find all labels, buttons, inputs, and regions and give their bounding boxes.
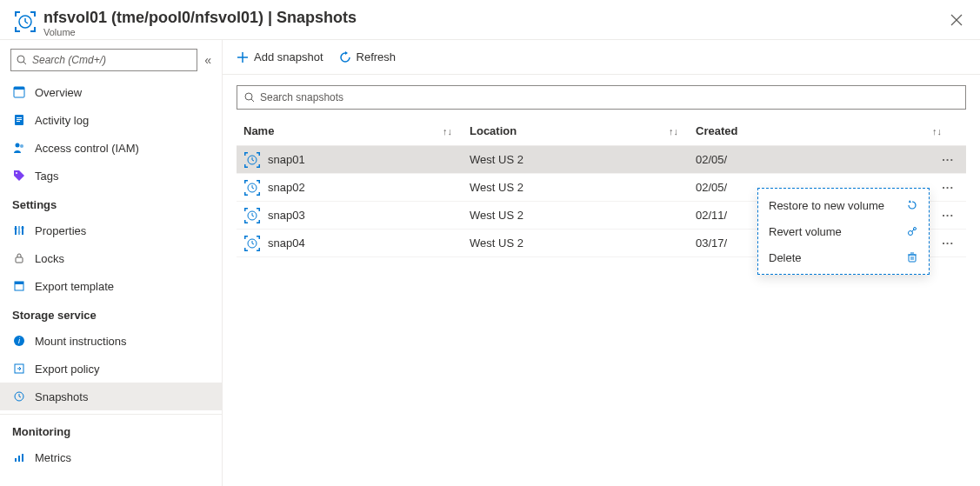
svg-rect-51 (244, 164, 246, 168)
column-created[interactable]: Created↑↓ (696, 124, 959, 137)
svg-rect-16 (14, 87, 24, 90)
close-icon (950, 14, 963, 26)
divider (0, 414, 222, 415)
tags-icon (13, 170, 25, 182)
page-subtitle: Volume (43, 27, 357, 37)
svg-rect-1 (15, 11, 17, 17)
sidebar-item-locks[interactable]: Locks (0, 244, 222, 272)
svg-line-89 (252, 243, 254, 244)
row-more-button[interactable]: ··· (937, 150, 959, 170)
svg-rect-30 (16, 257, 23, 263)
snapshot-icon (243, 207, 261, 224)
svg-line-45 (251, 99, 254, 102)
svg-rect-19 (17, 119, 22, 120)
search-icon (244, 92, 255, 103)
sidebar-item-mount[interactable]: i Mount instructions (0, 327, 222, 355)
sidebar-group-settings: Settings (0, 190, 222, 216)
sort-icon: ↑↓ (443, 126, 452, 136)
header-text: nfsvol01 (tme/pool0/nfsvol01) | Snapshot… (43, 9, 357, 37)
overview-icon (13, 86, 25, 98)
svg-rect-53 (259, 164, 261, 168)
svg-line-78 (252, 216, 254, 216)
row-more-button[interactable]: ··· (937, 233, 959, 253)
svg-rect-47 (244, 152, 246, 156)
svg-rect-82 (259, 236, 261, 239)
table-header: Name↑↓ Location↑↓ Created↑↓ (237, 117, 966, 146)
svg-rect-69 (244, 208, 246, 211)
metrics-icon (13, 451, 25, 463)
revert-icon (906, 225, 918, 237)
refresh-button[interactable]: Refresh (339, 50, 397, 63)
sidebar-group-monitoring: Monitoring (0, 416, 222, 443)
snapshot-icon (243, 151, 261, 169)
snapshot-search-input[interactable]: Search snapshots (237, 85, 966, 110)
svg-line-38 (19, 396, 21, 397)
svg-rect-71 (259, 208, 261, 211)
table-row[interactable]: snap01 West US 2 02/05/ ··· (237, 146, 966, 174)
snapshot-icon (13, 390, 25, 403)
plus-icon (237, 51, 249, 63)
column-name[interactable]: Name↑↓ (243, 124, 470, 137)
sidebar-item-export-policy[interactable]: Export policy (0, 355, 222, 383)
svg-rect-60 (259, 180, 261, 183)
ctx-restore-button[interactable]: Restore to new volume (758, 192, 929, 218)
svg-rect-3 (34, 11, 36, 17)
svg-point-21 (16, 143, 20, 148)
sidebar: Search (Cmd+/) « Overview Activity log A… (0, 40, 223, 486)
svg-line-14 (23, 62, 26, 64)
sidebar-item-overview[interactable]: Overview (0, 78, 222, 106)
svg-point-22 (20, 144, 23, 148)
main-content: Add snapshot Refresh Search snapshots Na… (223, 40, 980, 486)
page-header: nfsvol01 (tme/pool0/nfsvol01) | Snapshot… (0, 0, 980, 40)
sidebar-item-export-template[interactable]: Export template (0, 272, 222, 300)
row-more-button[interactable]: ··· (937, 205, 959, 225)
svg-rect-75 (259, 220, 261, 223)
snapshot-icon (243, 235, 261, 252)
sidebar-item-activity-log[interactable]: Activity log (0, 106, 222, 134)
export-template-icon (13, 280, 25, 292)
volume-snapshot-icon (14, 10, 37, 33)
svg-rect-7 (34, 27, 36, 32)
toolbar: Add snapshot Refresh (223, 40, 980, 75)
svg-point-23 (16, 172, 17, 174)
svg-line-56 (252, 160, 254, 161)
svg-rect-80 (244, 236, 246, 239)
svg-rect-62 (244, 192, 246, 196)
sidebar-item-access-control[interactable]: Access control (IAM) (0, 134, 222, 162)
svg-point-13 (17, 56, 24, 63)
context-menu: Restore to new volume Revert volume Dele… (757, 188, 930, 275)
sidebar-item-snapshots[interactable]: Snapshots (0, 383, 222, 410)
close-button[interactable] (947, 9, 966, 34)
add-snapshot-button[interactable]: Add snapshot (237, 50, 323, 63)
svg-rect-41 (22, 454, 23, 462)
svg-line-67 (252, 188, 254, 189)
ctx-revert-button[interactable]: Revert volume (758, 218, 929, 244)
sidebar-search-input[interactable]: Search (Cmd+/) (10, 49, 197, 71)
svg-rect-93 (909, 255, 916, 262)
properties-icon (13, 224, 25, 236)
sidebar-item-metrics[interactable]: Metrics (0, 443, 222, 471)
svg-point-27 (15, 228, 17, 230)
svg-rect-73 (244, 220, 246, 223)
svg-rect-18 (17, 117, 22, 118)
sidebar-item-tags[interactable]: Tags (0, 162, 222, 190)
svg-rect-64 (259, 192, 261, 196)
svg-rect-20 (17, 121, 20, 122)
svg-rect-39 (15, 458, 17, 462)
lock-icon (13, 252, 25, 264)
refresh-icon (339, 51, 351, 63)
page-title: nfsvol01 (tme/pool0/nfsvol01) | Snapshot… (43, 9, 357, 27)
svg-point-28 (18, 231, 21, 234)
ctx-delete-button[interactable]: Delete (758, 244, 929, 270)
collapse-sidebar-button[interactable]: « (204, 53, 211, 67)
iam-icon (13, 142, 25, 154)
svg-point-44 (245, 93, 252, 100)
column-location[interactable]: Location↑↓ (470, 124, 696, 137)
log-icon (13, 114, 25, 126)
info-icon: i (13, 335, 25, 347)
row-more-button[interactable]: ··· (937, 177, 959, 197)
sidebar-item-properties[interactable]: Properties (0, 216, 222, 244)
sort-icon: ↑↓ (932, 126, 942, 136)
sort-icon: ↑↓ (669, 126, 678, 136)
svg-rect-40 (18, 456, 20, 462)
